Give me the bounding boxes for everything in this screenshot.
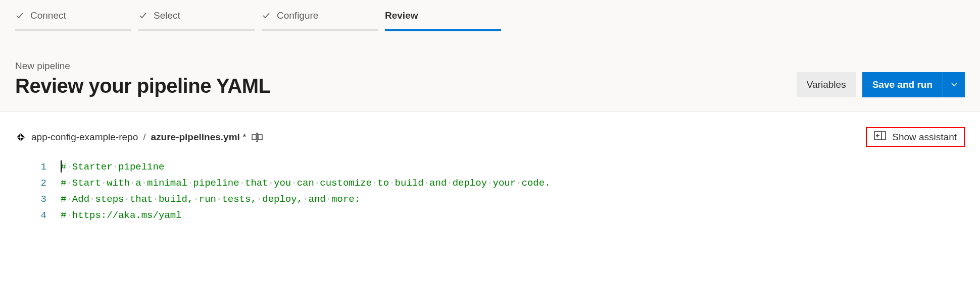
show-assistant-button[interactable]: Show assistant: [866, 127, 965, 147]
panel-right-icon: [874, 131, 886, 143]
breadcrumb-repo[interactable]: app-config-example-repo: [31, 132, 138, 143]
repo-icon: [15, 132, 26, 143]
title-actions: Variables Save and run: [797, 72, 965, 97]
code-line: 2 #·Start·with·a·minimal·pipeline·that·y…: [15, 175, 965, 191]
title-block: New pipeline Review your pipeline YAML V…: [15, 61, 965, 97]
code-line: 4 #·https://aka.ms/yaml: [15, 207, 965, 223]
step-underline: [262, 29, 378, 31]
breadcrumb-filename: azure-pipelines.yml *: [151, 132, 247, 143]
breadcrumb: app-config-example-repo / azure-pipeline…: [15, 132, 263, 143]
pipeline-stepper: Connect Select Configure: [15, 0, 965, 31]
svg-rect-2: [258, 135, 262, 140]
page-subtitle: New pipeline: [15, 61, 270, 72]
variables-button[interactable]: Variables: [797, 72, 856, 97]
checkmark-icon: [262, 11, 271, 20]
line-number: 1: [15, 159, 61, 175]
code-content[interactable]: #·Add·steps·that·build,·run·tests,·deplo…: [61, 191, 360, 207]
step-select[interactable]: Select: [138, 10, 255, 31]
page-title: Review your pipeline YAML: [15, 75, 270, 97]
header-region: Connect Select Configure: [0, 0, 980, 112]
code-content[interactable]: #·https://aka.ms/yaml: [61, 207, 182, 223]
line-number: 3: [15, 191, 61, 207]
checkmark-icon: [138, 11, 148, 20]
save-and-run-button[interactable]: Save and run: [862, 72, 943, 97]
dirty-indicator: *: [242, 132, 246, 142]
step-label: Review: [385, 10, 418, 21]
svg-point-0: [20, 136, 22, 138]
line-number: 4: [15, 207, 61, 223]
save-and-run-dropdown[interactable]: [943, 72, 965, 97]
step-label: Connect: [30, 10, 66, 21]
step-label: Configure: [277, 10, 318, 21]
breadcrumb-row: app-config-example-repo / azure-pipeline…: [15, 127, 965, 147]
svg-rect-1: [252, 135, 256, 140]
text-cursor: [61, 160, 62, 173]
editor-region: app-config-example-repo / azure-pipeline…: [0, 112, 980, 223]
code-content[interactable]: #·Start·with·a·minimal·pipeline·that·you…: [61, 175, 551, 191]
line-number: 2: [15, 175, 61, 191]
step-underline: [138, 29, 255, 31]
step-connect[interactable]: Connect: [15, 10, 131, 31]
step-review[interactable]: Review: [385, 10, 501, 31]
yaml-editor[interactable]: 1 #·Starter·pipeline 2 #·Start·with·a·mi…: [15, 159, 965, 223]
step-configure[interactable]: Configure: [262, 10, 378, 31]
chevron-down-icon: [950, 80, 958, 90]
show-assistant-label: Show assistant: [892, 132, 957, 143]
rename-icon[interactable]: [252, 132, 263, 143]
breadcrumb-separator: /: [143, 132, 145, 143]
code-line: 3 #·Add·steps·that·build,·run·tests,·dep…: [15, 191, 965, 207]
step-label: Select: [154, 10, 180, 21]
save-and-run-split: Save and run: [862, 72, 965, 97]
step-underline: [385, 29, 501, 31]
code-line: 1 #·Starter·pipeline: [15, 159, 965, 175]
code-content[interactable]: #·Starter·pipeline: [61, 159, 164, 175]
checkmark-icon: [15, 11, 24, 20]
step-underline: [15, 29, 131, 31]
